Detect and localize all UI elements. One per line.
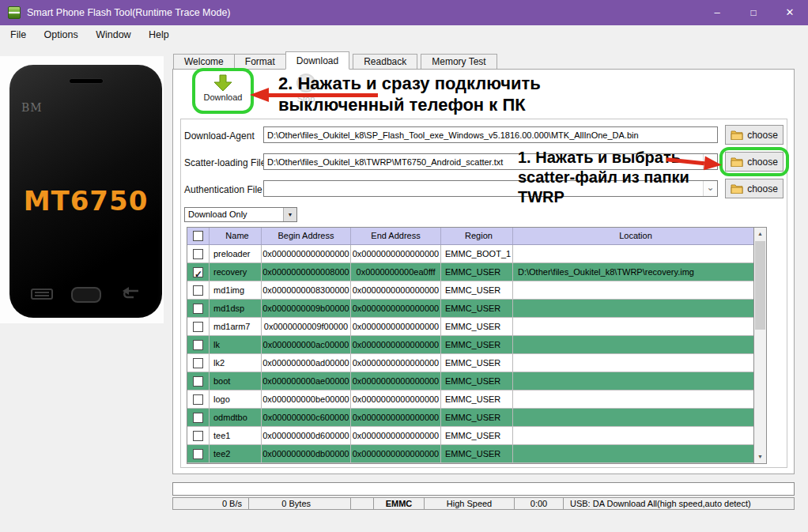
cell-begin-address: 0x000000000d600000 bbox=[262, 427, 351, 444]
cell-region: EMMC_USER bbox=[441, 336, 513, 353]
download-agent-input[interactable] bbox=[263, 126, 718, 143]
cell-name: preloader bbox=[210, 245, 262, 262]
app-icon bbox=[8, 6, 21, 19]
cell-end-address: 0x0000000000000000 bbox=[351, 318, 441, 335]
menubar: File Options Window Help bbox=[0, 25, 808, 45]
table-row[interactable]: boot 0x000000000ae00000 0x00000000000000… bbox=[187, 372, 753, 391]
cell-location bbox=[513, 281, 753, 299]
table-row[interactable]: lk 0x000000000ac00000 0x0000000000000000… bbox=[187, 336, 753, 354]
cell-location bbox=[513, 372, 753, 390]
table-row[interactable]: odmdtbo 0x000000000c600000 0x00000000000… bbox=[187, 409, 753, 427]
row-checkbox[interactable] bbox=[193, 285, 203, 296]
dropdown-arrow-icon[interactable]: ▼ bbox=[283, 208, 296, 221]
table-row[interactable]: tee2 0x000000000db00000 0x00000000000000… bbox=[187, 445, 753, 463]
header-name[interactable]: Name bbox=[210, 228, 262, 244]
cell-region: EMMC_USER bbox=[441, 300, 513, 317]
cell-name: tee1 bbox=[210, 427, 262, 444]
cell-location: D:\Other\files_Oukitel_k8\TWRP\recovery.… bbox=[513, 263, 753, 281]
row-checkbox[interactable] bbox=[193, 449, 203, 459]
tab-memory-test[interactable]: Memory Test bbox=[421, 54, 497, 70]
table-row[interactable]: md1dsp 0x0000000009b00000 0x000000000000… bbox=[187, 300, 753, 318]
auth-file-choose-button[interactable]: choose bbox=[725, 179, 783, 198]
phone-nav-buttons bbox=[9, 286, 162, 307]
mode-select[interactable]: Download Only ▼ bbox=[184, 207, 297, 222]
header-region[interactable]: Region bbox=[441, 228, 513, 244]
row-checkbox[interactable] bbox=[193, 431, 203, 441]
row-checkbox[interactable] bbox=[193, 267, 203, 277]
status-blank bbox=[350, 497, 374, 510]
scroll-up-icon[interactable]: ▲ bbox=[754, 228, 766, 240]
cell-end-address: 0x0000000000000000 bbox=[351, 354, 441, 372]
cell-location bbox=[513, 427, 753, 444]
table-scrollbar[interactable]: ▲ ▼ bbox=[753, 228, 766, 463]
choose-button-label: choose bbox=[747, 183, 778, 194]
window-title: Smart Phone Flash Tool(Runtime Trace Mod… bbox=[27, 0, 231, 25]
cell-begin-address: 0x000000000c600000 bbox=[262, 409, 351, 426]
tab-readback[interactable]: Readback bbox=[353, 54, 417, 70]
cell-region: EMMC_USER bbox=[441, 318, 513, 335]
cell-region: EMMC_USER bbox=[441, 281, 513, 299]
phone-body: BM MT6750 bbox=[9, 65, 162, 318]
table-row[interactable]: md1img 0x0000000008300000 0x000000000000… bbox=[187, 281, 753, 300]
choose-button-label: choose bbox=[747, 130, 778, 141]
table-row[interactable]: logo 0x000000000be00000 0x00000000000000… bbox=[187, 391, 753, 409]
status-elapsed-time: 0:00 bbox=[514, 497, 564, 510]
annotation-step1-line2: scatter-файл из папки bbox=[518, 168, 689, 187]
scatter-choose-highlight-box bbox=[719, 147, 789, 176]
table-row[interactable]: tee1 0x000000000d600000 0x00000000000000… bbox=[187, 427, 753, 445]
row-checkbox[interactable] bbox=[193, 358, 203, 368]
cell-name: boot bbox=[210, 372, 262, 390]
cell-name: md1img bbox=[210, 281, 262, 299]
cell-region: EMMC_BOOT_1 bbox=[441, 245, 513, 262]
row-checkbox[interactable] bbox=[193, 394, 203, 405]
cell-name: recovery bbox=[210, 263, 262, 281]
folder-icon bbox=[731, 183, 743, 194]
row-checkbox[interactable] bbox=[193, 413, 203, 423]
scrollbar-thumb[interactable] bbox=[755, 241, 765, 330]
maximize-button[interactable]: □ bbox=[735, 0, 772, 25]
minimize-button[interactable]: – bbox=[699, 0, 735, 25]
cell-end-address: 0x0000000000000000 bbox=[351, 281, 441, 299]
tab-welcome[interactable]: Welcome bbox=[173, 54, 235, 70]
scroll-down-icon[interactable]: ▼ bbox=[754, 451, 766, 463]
download-agent-choose-button[interactable]: choose bbox=[725, 125, 783, 145]
annotation-step1-line3: TWRP bbox=[518, 187, 689, 207]
row-checkbox[interactable] bbox=[193, 249, 203, 259]
progress-bar bbox=[172, 482, 795, 496]
phone-speaker bbox=[70, 79, 103, 83]
header-end-address[interactable]: End Address bbox=[351, 228, 441, 244]
download-agent-label: Download-Agent bbox=[184, 128, 255, 144]
header-location[interactable]: Location bbox=[513, 228, 753, 244]
menu-file[interactable]: File bbox=[3, 25, 33, 45]
cell-begin-address: 0x0000000008300000 bbox=[262, 281, 351, 299]
table-row[interactable]: preloader 0x0000000000000000 0x000000000… bbox=[187, 245, 753, 263]
phone-brand: BM bbox=[21, 101, 43, 114]
folder-icon bbox=[731, 130, 743, 140]
row-checkbox[interactable] bbox=[193, 322, 203, 332]
cell-end-address: 0x0000000000000000 bbox=[351, 409, 441, 426]
cell-end-address: 0x0000000000000000 bbox=[351, 391, 441, 408]
tab-download[interactable]: Download bbox=[285, 51, 349, 70]
cell-region: EMMC_USER bbox=[441, 372, 513, 390]
close-button[interactable]: ✕ bbox=[772, 0, 808, 25]
menu-options[interactable]: Options bbox=[37, 25, 85, 45]
menu-window[interactable]: Window bbox=[89, 25, 138, 45]
select-all-checkbox[interactable] bbox=[193, 231, 203, 241]
download-button[interactable]: Download bbox=[198, 72, 247, 110]
annotation-step1: 1. Нажать и выбрать scatter-файл из папк… bbox=[518, 148, 689, 207]
table-row[interactable]: recovery 0x0000000000008000 0x0000000000… bbox=[187, 263, 753, 281]
table-row[interactable]: md1arm7 0x0000000009f00000 0x00000000000… bbox=[187, 318, 753, 336]
cell-end-address: 0x0000000000000000 bbox=[351, 372, 441, 390]
row-checkbox[interactable] bbox=[193, 304, 203, 314]
cell-begin-address: 0x0000000009f00000 bbox=[262, 318, 351, 335]
row-checkbox[interactable] bbox=[193, 340, 203, 350]
cell-region: EMMC_USER bbox=[441, 263, 513, 281]
chevron-down-icon[interactable]: ⌄ bbox=[703, 181, 717, 196]
header-begin-address[interactable]: Begin Address bbox=[262, 228, 351, 244]
annotation-arrow-left bbox=[250, 88, 378, 102]
cell-region: EMMC_USER bbox=[441, 354, 513, 372]
menu-help[interactable]: Help bbox=[142, 25, 176, 45]
tab-format[interactable]: Format bbox=[234, 54, 286, 70]
row-checkbox[interactable] bbox=[193, 376, 203, 387]
table-row[interactable]: lk2 0x000000000ad00000 0x000000000000000… bbox=[187, 354, 753, 372]
